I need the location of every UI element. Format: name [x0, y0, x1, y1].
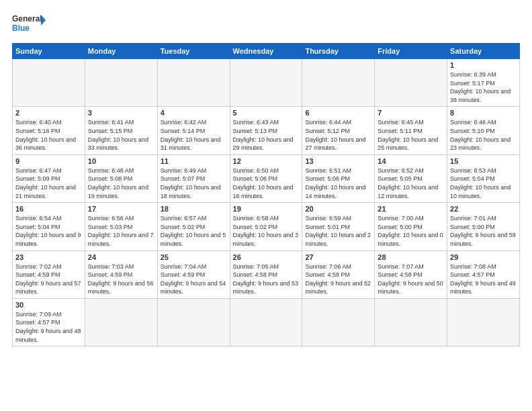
day-number: 8: [450, 109, 517, 117]
day-info: Sunrise: 6:57 AM Sunset: 5:02 PM Dayligh…: [161, 214, 227, 248]
day-cell: [157, 59, 230, 107]
day-number: 9: [15, 157, 82, 165]
day-cell: [447, 298, 520, 346]
weekday-tuesday: Tuesday: [157, 44, 230, 59]
day-cell: 23Sunrise: 7:02 AM Sunset: 4:59 PM Dayli…: [13, 250, 85, 298]
day-cell: 22Sunrise: 7:01 AM Sunset: 5:00 PM Dayli…: [447, 203, 520, 250]
day-number: 16: [15, 205, 82, 213]
day-number: 21: [378, 205, 444, 213]
day-info: Sunrise: 7:00 AM Sunset: 5:00 PM Dayligh…: [378, 214, 444, 248]
day-info: Sunrise: 6:48 AM Sunset: 5:08 PM Dayligh…: [88, 167, 154, 200]
day-info: Sunrise: 6:46 AM Sunset: 5:10 PM Dayligh…: [450, 118, 517, 152]
day-cell: 11Sunrise: 6:49 AM Sunset: 5:07 PM Dayli…: [157, 154, 230, 202]
week-row-5: 23Sunrise: 7:02 AM Sunset: 4:59 PM Dayli…: [13, 250, 520, 298]
svg-text:Blue: Blue: [12, 24, 30, 33]
day-info: Sunrise: 7:06 AM Sunset: 4:58 PM Dayligh…: [305, 263, 371, 296]
week-row-1: 1Sunrise: 6:39 AM Sunset: 5:17 PM Daylig…: [13, 59, 520, 107]
svg-text:General: General: [12, 14, 42, 24]
day-info: Sunrise: 7:04 AM Sunset: 4:59 PM Dayligh…: [161, 263, 227, 296]
day-number: 15: [450, 157, 517, 165]
day-cell: 10Sunrise: 6:48 AM Sunset: 5:08 PM Dayli…: [85, 154, 157, 202]
day-cell: 8Sunrise: 6:46 AM Sunset: 5:10 PM Daylig…: [447, 107, 520, 154]
day-cell: 1Sunrise: 6:39 AM Sunset: 5:17 PM Daylig…: [447, 59, 520, 107]
day-cell: [375, 59, 447, 107]
day-cell: 21Sunrise: 7:00 AM Sunset: 5:00 PM Dayli…: [375, 203, 447, 250]
weekday-saturday: Saturday: [447, 44, 520, 59]
day-number: 10: [88, 157, 154, 165]
day-number: 27: [305, 253, 371, 261]
day-cell: [230, 59, 302, 107]
day-number: 4: [161, 109, 227, 117]
day-info: Sunrise: 6:56 AM Sunset: 5:03 PM Dayligh…: [88, 214, 154, 248]
day-cell: [13, 59, 85, 107]
day-cell: 13Sunrise: 6:51 AM Sunset: 5:06 PM Dayli…: [302, 154, 375, 202]
day-info: Sunrise: 6:59 AM Sunset: 5:01 PM Dayligh…: [305, 214, 371, 248]
weekday-friday: Friday: [375, 44, 447, 59]
day-cell: [302, 59, 375, 107]
day-cell: 26Sunrise: 7:05 AM Sunset: 4:58 PM Dayli…: [230, 250, 302, 298]
day-cell: 4Sunrise: 6:42 AM Sunset: 5:14 PM Daylig…: [157, 107, 230, 154]
day-info: Sunrise: 6:44 AM Sunset: 5:12 PM Dayligh…: [305, 118, 371, 152]
day-number: 24: [88, 253, 154, 261]
weekday-monday: Monday: [85, 44, 157, 59]
day-number: 3: [88, 109, 154, 117]
day-number: 25: [161, 253, 227, 261]
day-number: 11: [161, 157, 227, 165]
day-number: 17: [88, 205, 154, 213]
day-cell: [230, 298, 302, 346]
day-cell: 16Sunrise: 6:54 AM Sunset: 5:04 PM Dayli…: [13, 203, 85, 250]
day-number: 14: [378, 157, 444, 165]
day-info: Sunrise: 6:47 AM Sunset: 5:09 PM Dayligh…: [15, 167, 82, 200]
day-info: Sunrise: 6:50 AM Sunset: 5:06 PM Dayligh…: [233, 167, 300, 200]
day-cell: 14Sunrise: 6:52 AM Sunset: 5:05 PM Dayli…: [375, 154, 447, 202]
day-info: Sunrise: 7:09 AM Sunset: 4:57 PM Dayligh…: [15, 310, 82, 344]
day-number: 26: [233, 253, 300, 261]
day-info: Sunrise: 6:40 AM Sunset: 5:16 PM Dayligh…: [15, 118, 82, 152]
day-info: Sunrise: 6:49 AM Sunset: 5:07 PM Dayligh…: [161, 167, 227, 200]
week-row-2: 2Sunrise: 6:40 AM Sunset: 5:16 PM Daylig…: [13, 107, 520, 154]
weekday-thursday: Thursday: [302, 44, 375, 59]
day-cell: [85, 59, 157, 107]
day-cell: 12Sunrise: 6:50 AM Sunset: 5:06 PM Dayli…: [230, 154, 302, 202]
day-info: Sunrise: 6:54 AM Sunset: 5:04 PM Dayligh…: [15, 214, 82, 248]
day-info: Sunrise: 6:41 AM Sunset: 5:15 PM Dayligh…: [88, 118, 154, 152]
day-info: Sunrise: 7:02 AM Sunset: 4:59 PM Dayligh…: [15, 263, 82, 296]
logo: General Blue: [12, 12, 46, 36]
day-cell: 18Sunrise: 6:57 AM Sunset: 5:02 PM Dayli…: [157, 203, 230, 250]
day-number: 12: [233, 157, 300, 165]
day-info: Sunrise: 6:43 AM Sunset: 5:13 PM Dayligh…: [233, 118, 300, 152]
day-info: Sunrise: 7:05 AM Sunset: 4:58 PM Dayligh…: [233, 263, 300, 296]
weekday-header-row: SundayMondayTuesdayWednesdayThursdayFrid…: [13, 44, 520, 59]
day-cell: [302, 298, 375, 346]
day-cell: 25Sunrise: 7:04 AM Sunset: 4:59 PM Dayli…: [157, 250, 230, 298]
day-cell: 3Sunrise: 6:41 AM Sunset: 5:15 PM Daylig…: [85, 107, 157, 154]
day-number: 2: [15, 109, 82, 117]
day-number: 6: [305, 109, 371, 117]
day-number: 1: [450, 61, 517, 69]
day-cell: 19Sunrise: 6:58 AM Sunset: 5:02 PM Dayli…: [230, 203, 302, 250]
calendar: SundayMondayTuesdayWednesdayThursdayFrid…: [12, 43, 520, 347]
day-info: Sunrise: 6:45 AM Sunset: 5:11 PM Dayligh…: [378, 118, 444, 152]
day-cell: 9Sunrise: 6:47 AM Sunset: 5:09 PM Daylig…: [13, 154, 85, 202]
header: General Blue: [12, 12, 520, 36]
day-cell: 20Sunrise: 6:59 AM Sunset: 5:01 PM Dayli…: [302, 203, 375, 250]
week-row-3: 9Sunrise: 6:47 AM Sunset: 5:09 PM Daylig…: [13, 154, 520, 202]
day-cell: 24Sunrise: 7:03 AM Sunset: 4:59 PM Dayli…: [85, 250, 157, 298]
day-cell: [85, 298, 157, 346]
weekday-sunday: Sunday: [13, 44, 85, 59]
day-cell: 5Sunrise: 6:43 AM Sunset: 5:13 PM Daylig…: [230, 107, 302, 154]
day-cell: 29Sunrise: 7:08 AM Sunset: 4:57 PM Dayli…: [447, 250, 520, 298]
day-cell: 27Sunrise: 7:06 AM Sunset: 4:58 PM Dayli…: [302, 250, 375, 298]
day-number: 7: [378, 109, 444, 117]
day-info: Sunrise: 6:39 AM Sunset: 5:17 PM Dayligh…: [450, 71, 517, 104]
day-cell: [375, 298, 447, 346]
day-cell: 30Sunrise: 7:09 AM Sunset: 4:57 PM Dayli…: [13, 298, 85, 346]
day-info: Sunrise: 6:51 AM Sunset: 5:06 PM Dayligh…: [305, 167, 371, 200]
day-cell: 7Sunrise: 6:45 AM Sunset: 5:11 PM Daylig…: [375, 107, 447, 154]
day-number: 20: [305, 205, 371, 213]
day-number: 23: [15, 253, 82, 261]
svg-marker-2: [41, 15, 46, 26]
day-info: Sunrise: 7:01 AM Sunset: 5:00 PM Dayligh…: [450, 214, 517, 248]
page: General Blue SundayMondayTuesdayWednesda…: [0, 0, 532, 411]
day-number: 22: [450, 205, 517, 213]
